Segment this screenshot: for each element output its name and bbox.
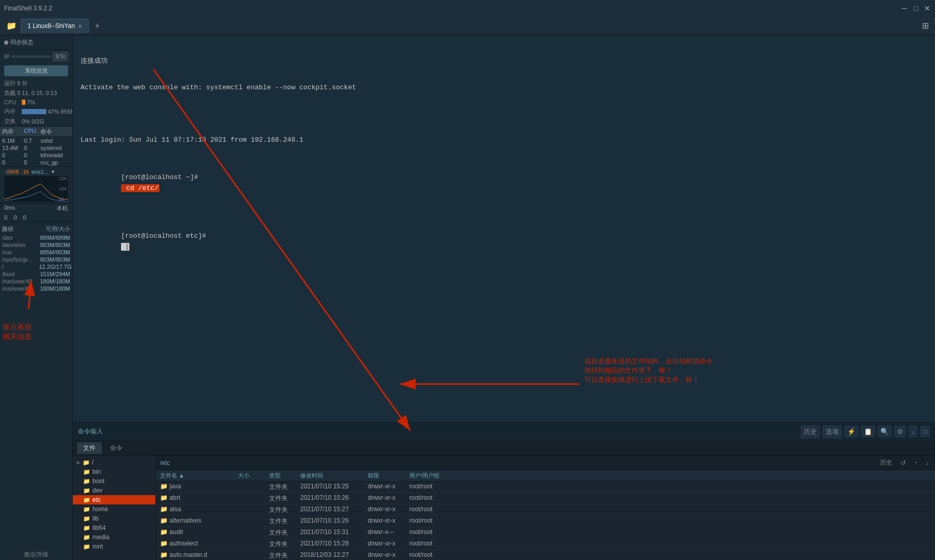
- tree-folder-media: 📁: [83, 534, 90, 541]
- swap-bar-container: 0% 0/2G: [22, 118, 68, 125]
- file-date-3: 2021/07/10 15:27: [300, 506, 368, 514]
- file-user-4: root/root: [409, 517, 451, 526]
- download-button[interactable]: ↓: [909, 426, 918, 437]
- upgrade-button[interactable]: 激活/升级: [0, 549, 72, 560]
- maximize-button[interactable]: □: [912, 5, 919, 12]
- download-file-btn[interactable]: ↓: [924, 459, 931, 467]
- settings-button[interactable]: ⚙: [894, 426, 906, 437]
- fullscreen-button[interactable]: □: [920, 426, 930, 437]
- file-row-4[interactable]: 📁 alternatives 文件夹 2021/07/10 15:26 drwx…: [156, 516, 935, 527]
- tree-item-lib64[interactable]: 📁 lib64: [73, 523, 155, 532]
- minimize-button[interactable]: ─: [901, 5, 908, 12]
- tree-item-boot[interactable]: 📁 boot: [73, 476, 155, 486]
- refresh-btn[interactable]: ↺: [899, 459, 908, 467]
- proc-col-cmd-header: 命令: [41, 128, 70, 135]
- file-row-6[interactable]: 📁 authselect 文件夹 2021/07/10 15:28 drwxr-…: [156, 539, 935, 550]
- disk-size-3: 885M/903M: [39, 249, 70, 255]
- terminal-input[interactable]: [107, 428, 797, 435]
- file-perm-1: drwxr-xr-x: [368, 483, 409, 491]
- file-rows-container: 📁 java 文件夹 2021/07/10 15:25 drwxr-xr-x r…: [156, 482, 935, 560]
- file-perm-5: drwxr-x---: [368, 528, 409, 537]
- new-tab-button[interactable]: +: [91, 20, 103, 32]
- file-tree: ▶ 📁 / 📁 bin 📁 boot 📁 dev: [73, 456, 156, 560]
- file-user-2: root/root: [409, 494, 451, 503]
- tree-item-mnt[interactable]: 📁 mnt: [73, 542, 155, 551]
- file-size-5: [238, 528, 269, 537]
- mem-bar-container: 47% 855M/1.8G: [22, 108, 73, 115]
- close-button[interactable]: ✕: [924, 5, 931, 12]
- mem-bar: [22, 109, 46, 114]
- copy-terminal-button[interactable]: 📋: [861, 426, 875, 437]
- file-row-2[interactable]: 📁 abrt 文件夹 2021/07/10 15:26 drwxr-xr-x r…: [156, 493, 935, 504]
- tree-folder-lib64: 📁: [83, 525, 90, 531]
- tree-folder-boot: 📁: [83, 478, 90, 485]
- copy-button[interactable]: 复制: [52, 52, 68, 61]
- col-date: 修改时间: [300, 472, 368, 480]
- disk-row-5: / 12.2G/17.7G: [0, 263, 72, 270]
- proc-mem-3: 0: [2, 152, 22, 158]
- file-name-7: 📁 auto.master.d: [160, 551, 238, 560]
- history-button[interactable]: 历史: [801, 426, 820, 438]
- proc-cmd-2: systemd: [41, 145, 70, 151]
- tree-item-media[interactable]: 📁 media: [73, 532, 155, 542]
- tree-folder-home: 📁: [83, 506, 90, 513]
- tree-item-lib[interactable]: 📁 lib: [73, 514, 155, 523]
- tree-folder-dev: 📁: [83, 487, 90, 494]
- disk-path-5: /: [2, 264, 37, 270]
- tree-item-bin[interactable]: 📁 bin: [73, 467, 155, 476]
- title-bar: FinalShell 3.9.2.2 ─ □ ✕: [0, 0, 935, 17]
- disk-row-3: /run 885M/903M: [0, 249, 72, 256]
- file-row-3[interactable]: 📁 alsa 文件夹 2021/07/10 15:27 drwxr-xr-x r…: [156, 504, 935, 516]
- process-list-header: 内存 CPU 命令: [0, 126, 72, 137]
- runtime-label: 运行 9 分: [4, 79, 28, 87]
- grid-icon[interactable]: ⊞: [920, 19, 931, 33]
- terminal-output: 连接成功 Activate the web console with: syst…: [73, 35, 935, 422]
- swap-row: 交换 0% 0/2G: [0, 116, 72, 126]
- cpu-value: 7%: [27, 99, 35, 105]
- load-row: 负载 0.11, 0.15, 0.13: [0, 88, 72, 98]
- file-name-2: 📁 abrt: [160, 494, 238, 503]
- upload-btn[interactable]: ↑: [912, 459, 919, 467]
- lightning-button[interactable]: ⚡: [845, 426, 858, 437]
- net-dropdown-icon[interactable]: ▼: [50, 169, 55, 174]
- prompt-2: [root@localhost etc]#: [121, 232, 206, 240]
- disk-col-size: 可用/大小: [39, 225, 70, 233]
- disk-row-7: /run/user/42 180M/180M: [0, 278, 72, 285]
- tree-item-etc[interactable]: 📁 etc: [73, 495, 155, 504]
- file-user-6: root/root: [409, 540, 451, 549]
- main-content: 同步状态 IP 复制 系统信息 运行 9 分 负载 0.11, 0.15, 0.…: [0, 35, 935, 560]
- tree-label-boot: boot: [92, 477, 104, 485]
- tree-folder-bin: 📁: [83, 469, 90, 475]
- tab-files[interactable]: 文件: [77, 442, 102, 454]
- file-toolbar: /etc 历史 ↺ ↑ ↓: [156, 456, 935, 470]
- tree-label-lib64: lib64: [92, 524, 105, 531]
- proc-cpu-2: 0: [24, 145, 38, 151]
- file-row-1[interactable]: 📁 java 文件夹 2021/07/10 15:25 drwxr-xr-x r…: [156, 482, 935, 493]
- tab-commands[interactable]: 命令: [104, 442, 129, 454]
- tree-folder-root: 📁: [83, 459, 90, 466]
- tree-folder-mnt: 📁: [83, 543, 90, 550]
- search-terminal-button[interactable]: 🔍: [878, 426, 891, 437]
- file-list: 文件名 ▲ 大小 类型 修改时间 权限 用户/用户组 📁 java 文件夹 20…: [156, 470, 935, 560]
- file-size-7: [238, 551, 269, 560]
- tree-item-dev[interactable]: 📁 dev: [73, 486, 155, 495]
- folder-icon-button[interactable]: 📁: [4, 19, 19, 33]
- history-file-btn[interactable]: 历史: [878, 458, 894, 468]
- tree-item-root[interactable]: ▶ 📁 /: [73, 458, 155, 467]
- file-date-7: 2018/12/03 12:27: [300, 551, 368, 560]
- ip-label: IP: [4, 53, 9, 60]
- file-date-2: 2021/07/10 15:26: [300, 494, 368, 503]
- file-current-path: /etc: [160, 459, 170, 467]
- tab-linux8[interactable]: 1 Linux8--ShiYan ✕: [21, 19, 89, 33]
- file-perm-2: drwxr-xr-x: [368, 494, 409, 503]
- file-type-7: 文件夹: [269, 551, 300, 560]
- col-perm: 权限: [368, 472, 409, 480]
- tree-label-bin: bin: [92, 468, 101, 475]
- tree-item-home[interactable]: 📁 home: [73, 504, 155, 514]
- file-row-7[interactable]: 📁 auto.master.d 文件夹 2018/12/03 12:27 drw…: [156, 550, 935, 560]
- mem-label: 内存: [4, 107, 20, 115]
- sys-info-button[interactable]: 系统信息: [4, 65, 68, 76]
- options-button[interactable]: 选项: [823, 426, 842, 438]
- file-row-5[interactable]: 📁 audit 文件夹 2021/07/10 15:31 drwxr-x--- …: [156, 527, 935, 539]
- tab-close-button[interactable]: ✕: [78, 23, 82, 29]
